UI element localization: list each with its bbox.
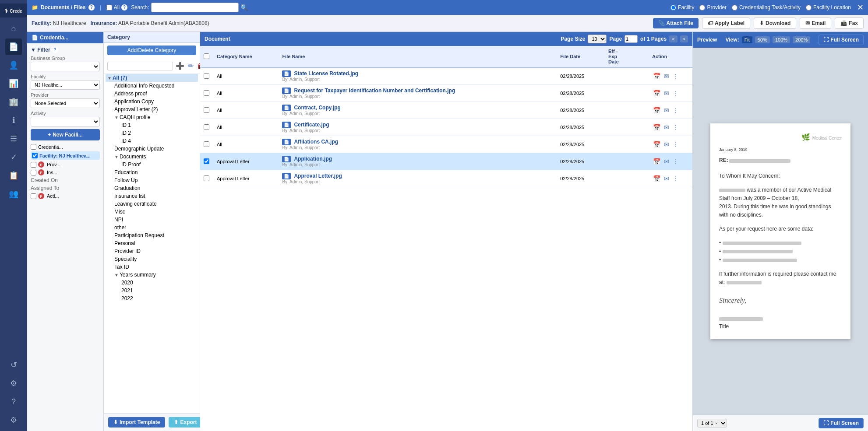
page-input[interactable] bbox=[625, 35, 638, 43]
tree-item-participation[interactable]: Participation Request bbox=[113, 231, 198, 239]
sidebar-icon-settings[interactable]: ⚙ bbox=[5, 412, 22, 428]
facility-select[interactable]: NJ Healthc... bbox=[31, 80, 100, 90]
sidebar-icon-list[interactable]: ☰ bbox=[5, 130, 22, 147]
more-btn-3[interactable]: ⋮ bbox=[672, 123, 680, 132]
provider-select[interactable]: None Selected bbox=[31, 98, 100, 108]
email-btn-2[interactable]: ✉ bbox=[663, 106, 670, 115]
calendar-btn-4[interactable]: 📅 bbox=[652, 140, 661, 149]
calendar-btn-5[interactable]: 📅 bbox=[652, 157, 661, 166]
radio-provider-input[interactable] bbox=[699, 5, 705, 11]
sidebar-icon-question[interactable]: ? bbox=[5, 393, 22, 410]
search-button[interactable]: 🔍 bbox=[240, 4, 248, 11]
row-filename-0[interactable]: State License Rotated.jpg bbox=[294, 70, 358, 77]
row-checkbox-2[interactable] bbox=[204, 107, 209, 113]
category-search-input[interactable] bbox=[107, 62, 173, 70]
tree-item-provider-id[interactable]: Provider ID bbox=[113, 247, 198, 255]
radio-facility-location-input[interactable] bbox=[806, 5, 812, 11]
row-filename-2[interactable]: Contract, Copy.jpg bbox=[294, 105, 340, 111]
sidebar-icon-home[interactable]: ⌂ bbox=[5, 20, 22, 37]
cred-checkbox-1[interactable] bbox=[31, 144, 36, 150]
view-fit-button[interactable]: Fit bbox=[742, 36, 752, 43]
row-checkbox-0[interactable] bbox=[204, 73, 209, 79]
apply-label-button[interactable]: 🏷 Apply Label bbox=[702, 18, 750, 29]
tree-item-caqh[interactable]: ▼ CAQH profile bbox=[113, 113, 198, 121]
tree-item-approval-letter[interactable]: Approval Letter (2) bbox=[113, 105, 198, 113]
cred-item-2[interactable]: Facility: NJ Healthca... bbox=[31, 151, 100, 160]
attach-file-button[interactable]: 📎 Attach File bbox=[653, 18, 699, 28]
cred-item-4[interactable]: p Ins... bbox=[31, 169, 100, 175]
tree-item-leaving-cert[interactable]: Leaving certificate bbox=[113, 200, 198, 208]
more-btn-5[interactable]: ⋮ bbox=[672, 157, 680, 166]
cred-checkbox-5[interactable] bbox=[31, 193, 36, 199]
cred-item-3[interactable]: p Prov... bbox=[31, 161, 100, 168]
fax-button[interactable]: 📠 Fax bbox=[835, 18, 864, 29]
row-checkbox-4[interactable] bbox=[204, 141, 209, 147]
page-size-select[interactable]: 10 25 50 bbox=[588, 35, 607, 43]
row-filename-5[interactable]: Application.jpg bbox=[294, 156, 332, 162]
email-btn-0[interactable]: ✉ bbox=[663, 72, 670, 81]
search-input[interactable] bbox=[151, 3, 239, 12]
sidebar-icon-history[interactable]: ↺ bbox=[5, 357, 22, 373]
select-all-checkbox[interactable] bbox=[204, 53, 209, 59]
cred-checkbox-2[interactable] bbox=[32, 153, 38, 158]
new-facility-button[interactable]: + New Facili... bbox=[31, 129, 100, 140]
tree-item-npi[interactable]: NPI bbox=[113, 216, 198, 224]
calendar-btn-3[interactable]: 📅 bbox=[652, 123, 661, 132]
sidebar-icon-documents[interactable]: 📄 bbox=[5, 39, 22, 55]
cred-checkbox-3[interactable] bbox=[31, 162, 36, 168]
download-button[interactable]: ⬇ Download bbox=[754, 18, 796, 29]
row-checkbox-5[interactable] bbox=[204, 158, 209, 164]
view-200-button[interactable]: 200% bbox=[793, 36, 810, 43]
tree-item-2022[interactable]: 2022 bbox=[120, 294, 198, 302]
calendar-btn-1[interactable]: 📅 bbox=[652, 89, 661, 98]
tree-item-2020[interactable]: 2020 bbox=[120, 279, 198, 287]
more-btn-4[interactable]: ⋮ bbox=[672, 140, 680, 149]
cred-item-5[interactable]: p Acti... bbox=[31, 193, 100, 199]
email-btn-5[interactable]: ✉ bbox=[663, 157, 670, 166]
more-btn-0[interactable]: ⋮ bbox=[672, 72, 680, 81]
radio-facility-input[interactable] bbox=[670, 5, 676, 11]
row-checkbox-1[interactable] bbox=[204, 90, 209, 96]
tree-item-personal[interactable]: Personal bbox=[113, 239, 198, 247]
email-btn-4[interactable]: ✉ bbox=[663, 140, 670, 149]
tree-item-misc[interactable]: Misc bbox=[113, 208, 198, 216]
tree-item-additional[interactable]: Additional Info Requested bbox=[113, 82, 198, 90]
page-indicator-select[interactable]: 1 of 1 ~ bbox=[697, 419, 727, 427]
view-100-button[interactable]: 100% bbox=[773, 36, 790, 43]
email-btn-1[interactable]: ✉ bbox=[663, 89, 670, 98]
tree-item-id4[interactable]: ID 4 bbox=[120, 137, 198, 145]
activity-select[interactable] bbox=[31, 117, 100, 126]
tree-item-address[interactable]: Address proof bbox=[113, 90, 198, 98]
import-template-button[interactable]: ⬇ Import Template bbox=[108, 417, 165, 427]
tree-item-insurance-list[interactable]: Insurance list bbox=[113, 192, 198, 200]
add-category-button[interactable]: ➕ bbox=[175, 61, 185, 71]
tree-item-id1[interactable]: ID 1 bbox=[120, 121, 198, 129]
cred-item-1[interactable]: Credentia... bbox=[31, 144, 100, 150]
tree-item-application-copy[interactable]: Application Copy bbox=[113, 98, 198, 105]
email-btn-3[interactable]: ✉ bbox=[663, 123, 670, 132]
more-btn-6[interactable]: ⋮ bbox=[672, 174, 680, 183]
calendar-btn-6[interactable]: 📅 bbox=[652, 174, 661, 183]
filter-help-icon[interactable]: ? bbox=[52, 47, 58, 53]
add-delete-category-button[interactable]: Add/Delete Category bbox=[107, 46, 196, 55]
all-checkbox[interactable] bbox=[106, 5, 112, 11]
close-button[interactable]: ✕ bbox=[857, 3, 864, 12]
tree-item-tax-id[interactable]: Tax ID bbox=[113, 263, 198, 271]
edit-category-button[interactable]: ✏ bbox=[187, 61, 194, 71]
sidebar-icon-person[interactable]: 👤 bbox=[5, 57, 22, 74]
more-btn-1[interactable]: ⋮ bbox=[672, 89, 680, 98]
radio-provider[interactable]: Provider bbox=[699, 4, 727, 11]
sidebar-icon-gear[interactable]: ⚙ bbox=[5, 375, 22, 392]
fullscreen-button-top[interactable]: ⛶ Full Screen bbox=[819, 35, 864, 45]
tree-item-demographic[interactable]: Demographic Update bbox=[113, 145, 198, 153]
sidebar-icon-check[interactable]: ✓ bbox=[5, 149, 22, 165]
row-filename-1[interactable]: Request for Taxpayer Identification Numb… bbox=[294, 88, 455, 94]
business-group-select[interactable] bbox=[31, 62, 100, 71]
tree-item-graduation[interactable]: Graduation bbox=[113, 184, 198, 192]
row-checkbox-6[interactable] bbox=[204, 175, 209, 181]
tree-item-other[interactable]: other bbox=[113, 224, 198, 231]
radio-credentialing[interactable]: Credentialing Task/Activity bbox=[732, 4, 801, 11]
sidebar-icon-people[interactable]: 👥 bbox=[5, 186, 22, 202]
row-filename-6[interactable]: Approval Letter.jpg bbox=[294, 173, 342, 179]
calendar-btn-2[interactable]: 📅 bbox=[652, 106, 661, 115]
